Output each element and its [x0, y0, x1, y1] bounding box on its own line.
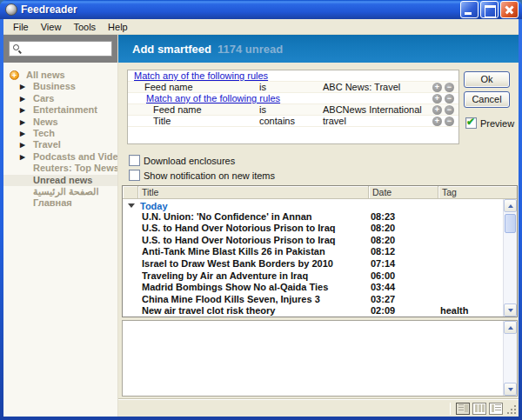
news-row[interactable]: Madrid Bombings Show No al-Qaida Ties 03…	[123, 282, 503, 294]
close-button[interactable]	[500, 1, 519, 18]
news-row[interactable]: New air travel clot risk theory 02:09 he…	[123, 305, 503, 317]
menu-view[interactable]: View	[35, 22, 68, 32]
scrollbar-thumb[interactable]	[505, 214, 516, 233]
news-date: 02:09	[371, 305, 440, 317]
icon-column-header[interactable]	[123, 186, 138, 198]
sidebar-item-tech[interactable]: Tech	[3, 128, 117, 139]
download-enclosures-checkbox[interactable]	[129, 155, 140, 166]
expand-arrow-icon[interactable]	[20, 104, 25, 116]
add-rule-icon[interactable]	[432, 94, 442, 103]
expand-arrow-icon[interactable]	[20, 128, 25, 139]
preview-checkbox[interactable]	[465, 117, 477, 129]
scroll-up-icon[interactable]	[504, 321, 517, 334]
remove-rule-icon[interactable]	[445, 117, 454, 126]
scroll-down-icon[interactable]	[504, 303, 517, 317]
sidebar-item-label: Entertainment	[33, 104, 97, 115]
search-box[interactable]	[9, 41, 112, 57]
news-date: 06:00	[371, 270, 440, 283]
news-row[interactable]: U.N. Union: 'No Confidence' in Annan 08:…	[123, 211, 503, 223]
expand-arrow-icon[interactable]	[20, 93, 25, 104]
sidebar-item-entertainment[interactable]: Entertainment	[3, 104, 117, 116]
news-row[interactable]: Traveling by Air an Adventure in Iraq 06…	[123, 270, 503, 283]
date-column-header[interactable]: Date	[369, 186, 438, 198]
rule-value[interactable]: travel	[323, 116, 346, 127]
sidebar-item-russian-home[interactable]: Главная	[3, 197, 117, 209]
news-title: Traveling by Air an Adventure in Iraq	[142, 270, 371, 283]
cancel-button[interactable]: Cancel	[464, 91, 510, 108]
news-title: U.N. Union: 'No Confidence' in Annan	[142, 211, 371, 223]
remove-rule-icon[interactable]	[445, 94, 454, 103]
sidebar-item-unread-news[interactable]: Unread news	[3, 175, 117, 186]
add-rule-icon[interactable]	[432, 105, 442, 115]
add-rule-icon[interactable]	[432, 117, 442, 126]
sidebar-item-all-news[interactable]: All news	[3, 70, 117, 81]
news-tag	[440, 246, 503, 258]
expand-arrow-icon[interactable]	[20, 139, 25, 150]
layout-list-view-icon[interactable]	[489, 403, 503, 415]
rule-operator[interactable]: is	[259, 82, 266, 93]
layout-columns-view-icon[interactable]	[472, 403, 486, 415]
sidebar-item-podcasts[interactable]: Podcasts and Videoc...	[3, 151, 117, 163]
news-row[interactable]: U.S. to Hand Over Notorious Prison to Ir…	[123, 235, 503, 247]
sidebar-item-label: Reuters: Top News	[33, 163, 117, 173]
page-title: Add smartfeed	[132, 43, 211, 56]
add-rule-icon[interactable]	[432, 83, 442, 92]
remove-rule-icon[interactable]	[445, 105, 454, 115]
rule-operator[interactable]: contains	[259, 116, 295, 127]
rule-field[interactable]: Feed name	[153, 104, 202, 116]
news-date: 03:44	[371, 282, 440, 294]
news-row[interactable]: China Mine Flood Kills Seven, Injures 3 …	[123, 294, 503, 306]
rule-value[interactable]: ABCNews International	[323, 104, 422, 116]
ok-button[interactable]: Ok	[464, 71, 510, 88]
sidebar-item-reuters-top-news[interactable]: Reuters: Top News	[3, 163, 117, 174]
group-row-today[interactable]: Today	[123, 199, 503, 211]
sidebar-item-news[interactable]: News	[3, 117, 117, 128]
collapse-arrow-icon[interactable]	[128, 203, 135, 208]
news-row[interactable]: Anti-Tank Mine Blast Kills 26 in Pakista…	[123, 246, 503, 258]
title-bar[interactable]: Feedreader	[0, 0, 522, 19]
scroll-down-icon[interactable]	[504, 383, 517, 396]
news-title: Madrid Bombings Show No al-Qaida Ties	[142, 282, 371, 294]
show-notification-checkbox[interactable]	[129, 170, 140, 181]
sidebar-item-cars[interactable]: Cars	[3, 93, 117, 104]
rule-field[interactable]: Title	[153, 116, 171, 127]
maximize-button[interactable]	[480, 1, 499, 18]
app-icon	[5, 3, 17, 16]
menu-tools[interactable]: Tools	[67, 22, 102, 32]
match-rules-link[interactable]: Match any of the following rules	[146, 93, 280, 104]
menu-file[interactable]: File	[7, 22, 35, 32]
preview-scrollbar[interactable]	[503, 321, 517, 396]
news-date: 08:23	[371, 211, 440, 223]
expand-arrow-icon[interactable]	[20, 81, 25, 92]
news-tag	[440, 211, 503, 223]
remove-rule-icon[interactable]	[445, 83, 454, 92]
rule-value[interactable]: ABC News: Travel	[323, 82, 400, 93]
minimize-button[interactable]	[460, 1, 478, 18]
sidebar-item-label: All news	[26, 70, 65, 80]
news-title: U.S. to Hand Over Notorious Prison to Ir…	[142, 235, 371, 247]
news-row[interactable]: Israel to Draw West Bank Borders by 2010…	[123, 258, 503, 270]
rule-field[interactable]: Feed name	[144, 82, 193, 93]
scroll-up-icon[interactable]	[504, 199, 517, 212]
sidebar-item-arabic-home[interactable]: الصفحة الرئيسية	[3, 186, 117, 197]
news-row[interactable]: U.S. to Hand Over Notorious Prison to Ir…	[123, 223, 503, 235]
tag-column-header[interactable]: Tag	[438, 186, 517, 198]
layout-normal-view-icon[interactable]	[456, 403, 470, 415]
match-rules-link[interactable]: Match any of the following rules	[134, 70, 268, 82]
news-date: 08:12	[371, 246, 440, 258]
search-icon	[13, 44, 19, 50]
expand-arrow-icon[interactable]	[20, 117, 25, 128]
sidebar-item-travel[interactable]: Travel	[3, 139, 117, 150]
rule-operator[interactable]: is	[259, 104, 266, 116]
sidebar-item-label: Tech	[33, 128, 55, 138]
news-tag	[440, 294, 503, 306]
menu-help[interactable]: Help	[102, 22, 134, 32]
title-column-header[interactable]: Title	[138, 186, 369, 198]
search-input[interactable]	[23, 42, 115, 56]
resize-grip[interactable]	[505, 403, 517, 415]
expand-arrow-icon[interactable]	[20, 151, 25, 163]
sidebar-item-business[interactable]: Business	[3, 81, 117, 92]
divider	[450, 403, 451, 415]
news-scrollbar[interactable]	[503, 199, 517, 317]
news-title: China Mine Flood Kills Seven, Injures 3	[142, 294, 371, 306]
